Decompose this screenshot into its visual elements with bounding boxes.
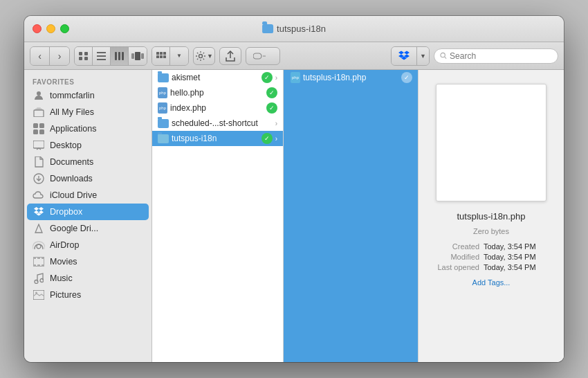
svg-rect-16 xyxy=(156,55,159,58)
list-item[interactable]: akismet ✓ › xyxy=(152,70,283,85)
sidebar-item-google-drive[interactable]: Google Dri... xyxy=(27,220,149,237)
sidebar-label: AirDrop xyxy=(50,240,79,250)
sidebar-section-label: Favorites xyxy=(24,75,151,87)
arrange-group: ▼ xyxy=(151,46,189,66)
sidebar-label: tommcfarlin xyxy=(50,91,95,100)
sync-check: ✓ xyxy=(401,72,412,83)
sidebar-label: Desktop xyxy=(50,141,82,150)
svg-point-21 xyxy=(441,53,445,57)
sidebar-item-music[interactable]: Music xyxy=(27,270,149,287)
svg-point-23 xyxy=(37,91,41,96)
maximize-button[interactable] xyxy=(60,24,69,33)
created-label: Created xyxy=(452,242,479,251)
last-opened-value: Today, 3:54 PM xyxy=(484,263,553,271)
svg-rect-14 xyxy=(160,52,163,55)
list-item[interactable]: php hello.php ✓ xyxy=(152,85,283,100)
toolbar: ‹ › ▼ xyxy=(24,42,564,70)
file-name: scheduled-...st-shortcut xyxy=(172,118,270,128)
preview-panel: tutsplus-i18n.php Zero bytes Created Tod… xyxy=(419,70,564,362)
sidebar-item-applications[interactable]: Applications xyxy=(27,120,149,137)
sidebar-label: Pictures xyxy=(50,290,81,300)
sidebar-item-all-my-files[interactable]: All My Files xyxy=(27,104,149,120)
sidebar-item-tommcfarlin[interactable]: tommcfarlin xyxy=(27,87,149,104)
svg-rect-11 xyxy=(131,53,134,59)
meta-created-row: Created Today, 3:54 PM xyxy=(430,242,553,251)
pictures-icon xyxy=(33,289,45,301)
file-name: akismet xyxy=(172,73,259,82)
list-item[interactable]: tutspus-i18n ✓ › xyxy=(152,131,283,146)
svg-rect-37 xyxy=(42,257,44,259)
arrange-button[interactable] xyxy=(152,47,170,65)
sidebar-item-airdrop[interactable]: AirDrop xyxy=(27,237,149,253)
icon-view-button[interactable] xyxy=(75,47,93,65)
svg-rect-6 xyxy=(97,59,106,60)
svg-rect-20 xyxy=(253,53,261,59)
share-button[interactable] xyxy=(219,47,241,65)
sidebar-label: Music xyxy=(50,273,73,283)
svg-rect-15 xyxy=(163,52,166,55)
svg-rect-39 xyxy=(37,264,40,267)
coverflow-view-button[interactable] xyxy=(129,47,147,65)
dropbox-toolbar-group: ▼ xyxy=(391,46,430,66)
sidebar-item-movies[interactable]: Movies xyxy=(27,253,149,270)
expand-arrow: › xyxy=(275,74,277,82)
svg-rect-27 xyxy=(33,123,38,128)
meta-modified-row: Modified Today, 3:54 PM xyxy=(430,253,553,261)
dropbox-toolbar-button[interactable] xyxy=(392,47,416,65)
path-button[interactable] xyxy=(246,47,280,65)
svg-rect-24 xyxy=(34,110,44,117)
svg-rect-8 xyxy=(118,52,120,60)
svg-rect-31 xyxy=(33,141,44,148)
file-name: tutspus-i18n xyxy=(172,134,259,143)
svg-rect-2 xyxy=(79,57,82,60)
folder-icon xyxy=(158,73,169,82)
column-view-button[interactable] xyxy=(111,47,129,65)
folder-icon xyxy=(158,134,169,143)
svg-rect-7 xyxy=(115,52,117,60)
search-box[interactable] xyxy=(434,48,558,64)
add-tags-link[interactable]: Add Tags... xyxy=(472,278,511,287)
airdrop-icon xyxy=(33,239,45,251)
sync-check: ✓ xyxy=(266,87,277,98)
sidebar-label: All My Files xyxy=(50,107,94,117)
sidebar-item-pictures[interactable]: Pictures xyxy=(27,287,149,303)
list-item[interactable]: php index.php ✓ xyxy=(152,100,283,116)
svg-rect-13 xyxy=(156,52,159,55)
sidebar-item-icloud[interactable]: iCloud Drive xyxy=(27,187,149,204)
close-button[interactable] xyxy=(33,24,42,33)
meta-last-opened-row: Last opened Today, 3:54 PM xyxy=(430,263,553,271)
finder-window: tutspus-i18n ‹ › xyxy=(24,16,564,362)
sidebar-item-documents[interactable]: Documents xyxy=(27,154,149,170)
list-item[interactable]: php tutsplus-i18n.php ✓ xyxy=(284,70,418,85)
sidebar-item-dropbox[interactable]: Dropbox xyxy=(27,204,149,220)
svg-rect-40 xyxy=(42,264,44,267)
arrange-dropdown-button[interactable]: ▼ xyxy=(170,47,188,65)
sidebar-item-downloads[interactable]: Downloads xyxy=(27,170,149,187)
music-icon xyxy=(33,272,45,285)
cloud-icon xyxy=(33,189,45,201)
list-item[interactable]: scheduled-...st-shortcut › xyxy=(152,116,283,131)
created-value: Today, 3:54 PM xyxy=(484,242,553,251)
title-folder-icon xyxy=(262,24,273,33)
sidebar-item-desktop[interactable]: Desktop xyxy=(27,137,149,154)
action-button[interactable]: ▼ xyxy=(193,47,215,65)
back-button[interactable]: ‹ xyxy=(30,47,50,65)
view-mode-group xyxy=(74,46,147,66)
sync-check: ✓ xyxy=(261,133,273,144)
monitor-icon xyxy=(33,139,45,152)
file-name: tutsplus-i18n.php xyxy=(303,73,398,82)
list-view-button[interactable] xyxy=(93,47,111,65)
svg-rect-25 xyxy=(35,109,42,110)
svg-rect-26 xyxy=(37,107,41,109)
dropbox-dropdown-button[interactable]: ▼ xyxy=(416,47,429,65)
svg-rect-17 xyxy=(160,55,163,58)
svg-rect-38 xyxy=(33,264,36,267)
sidebar: Favorites tommcfarlin All My Files Appli… xyxy=(24,70,152,362)
sidebar-label: Google Dri... xyxy=(50,224,98,233)
expand-arrow: › xyxy=(275,135,277,143)
search-input[interactable] xyxy=(450,51,552,61)
minimize-button[interactable] xyxy=(46,24,55,33)
forward-button[interactable]: › xyxy=(50,47,69,65)
file-name: hello.php xyxy=(170,88,264,98)
svg-rect-5 xyxy=(97,55,106,57)
